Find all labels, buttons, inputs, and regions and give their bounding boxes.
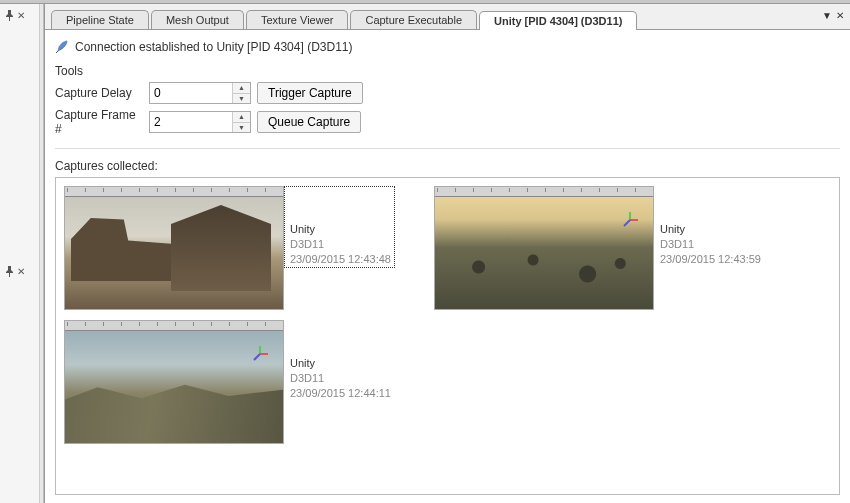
spinner-down-icon[interactable]: ▼: [233, 94, 250, 104]
left-dock-panel: ✕ ✕: [0, 4, 40, 503]
gizmo-icon: [621, 211, 639, 229]
thumbnail-scene: [65, 197, 283, 309]
pin-icon[interactable]: [4, 266, 15, 277]
capture-item[interactable]: UnityD3D1123/09/2015 12:43:59: [434, 186, 794, 310]
tools-section: Tools Capture Delay ▲ ▼ Trigger Capture …: [55, 64, 840, 136]
capture-name: Unity: [660, 222, 761, 237]
section-divider: [55, 148, 840, 149]
dock-controls-mid: ✕: [0, 260, 29, 283]
capture-timestamp: 23/09/2015 12:43:59: [660, 252, 761, 267]
close-icon[interactable]: ✕: [836, 10, 844, 21]
connection-status-text: Connection established to Unity [PID 430…: [75, 40, 352, 54]
spinner-up-icon[interactable]: ▲: [233, 83, 250, 94]
capture-timestamp: 23/09/2015 12:43:48: [290, 252, 391, 267]
capture-api: D3D11: [290, 371, 391, 386]
capture-name: Unity: [290, 356, 391, 371]
capture-metadata[interactable]: UnityD3D1123/09/2015 12:43:48: [284, 186, 395, 268]
dock-controls-top: ✕: [0, 4, 39, 27]
spinner-up-icon[interactable]: ▲: [233, 112, 250, 123]
capture-name: Unity: [290, 222, 391, 237]
capture-delay-row: Capture Delay ▲ ▼ Trigger Capture: [55, 82, 840, 104]
capture-delay-input[interactable]: [150, 83, 232, 103]
trigger-capture-button[interactable]: Trigger Capture: [257, 82, 363, 104]
capture-frame-spinner[interactable]: ▲ ▼: [149, 111, 251, 133]
tab-mesh-output[interactable]: Mesh Output: [151, 10, 244, 29]
tab-pipeline-state[interactable]: Pipeline State: [51, 10, 149, 29]
captures-header: Captures collected:: [55, 159, 840, 173]
capture-item[interactable]: UnityD3D1123/09/2015 12:43:48: [64, 186, 424, 310]
capture-delay-spinner[interactable]: ▲ ▼: [149, 82, 251, 104]
capture-metadata[interactable]: UnityD3D1123/09/2015 12:43:59: [654, 186, 765, 267]
tab-unity-pid[interactable]: Unity [PID 4304] (D3D11): [479, 11, 637, 30]
capture-thumbnail[interactable]: [64, 186, 284, 310]
capture-item[interactable]: UnityD3D1123/09/2015 12:44:11: [64, 320, 424, 444]
thumbnail-scene: [65, 331, 283, 443]
svg-line-3: [624, 220, 630, 226]
capture-api: D3D11: [660, 237, 761, 252]
connection-status-row: Connection established to Unity [PID 430…: [55, 36, 840, 62]
tab-controls: ▼ ✕: [822, 10, 844, 21]
tab-bar: Pipeline State Mesh Output Texture Viewe…: [45, 4, 850, 30]
capture-thumbnail[interactable]: [434, 186, 654, 310]
thumbnail-titlebar: [435, 187, 653, 197]
capture-delay-label: Capture Delay: [55, 86, 143, 100]
thumbnail-scene: [435, 197, 653, 309]
capture-frame-input[interactable]: [150, 112, 232, 132]
spinner-down-icon[interactable]: ▼: [233, 123, 250, 133]
gizmo-icon: [251, 345, 269, 363]
capture-frame-row: Capture Frame # ▲ ▼ Queue Capture: [55, 108, 840, 136]
capture-thumbnail[interactable]: [64, 320, 284, 444]
dropdown-icon[interactable]: ▼: [822, 10, 832, 21]
tab-capture-executable[interactable]: Capture Executable: [350, 10, 477, 29]
capture-api: D3D11: [290, 237, 391, 252]
tab-content: Connection established to Unity [PID 430…: [45, 30, 850, 501]
pin-icon[interactable]: [4, 10, 15, 21]
svg-line-0: [56, 51, 58, 53]
main-panel: Pipeline State Mesh Output Texture Viewe…: [44, 4, 850, 503]
svg-line-6: [254, 354, 260, 360]
thumbnail-titlebar: [65, 321, 283, 331]
feather-icon: [55, 40, 69, 54]
tools-header: Tools: [55, 64, 840, 78]
captures-list: UnityD3D1123/09/2015 12:43:48UnityD3D112…: [55, 177, 840, 495]
close-icon[interactable]: ✕: [17, 10, 25, 21]
capture-frame-label: Capture Frame #: [55, 108, 143, 136]
thumbnail-titlebar: [65, 187, 283, 197]
capture-metadata[interactable]: UnityD3D1123/09/2015 12:44:11: [284, 320, 395, 401]
queue-capture-button[interactable]: Queue Capture: [257, 111, 361, 133]
close-icon[interactable]: ✕: [17, 266, 25, 277]
capture-timestamp: 23/09/2015 12:44:11: [290, 386, 391, 401]
tab-texture-viewer[interactable]: Texture Viewer: [246, 10, 349, 29]
